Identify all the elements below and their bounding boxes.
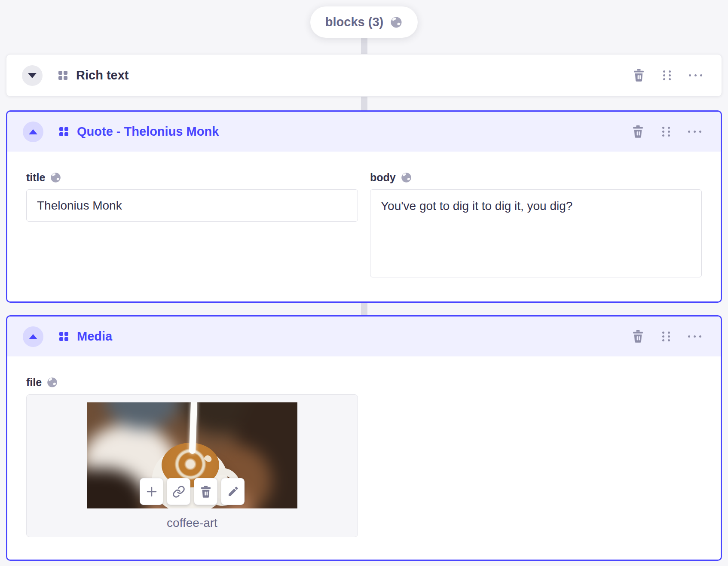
field-label: title	[26, 171, 45, 184]
chevron-up-icon	[29, 334, 37, 339]
delete-block-button[interactable]	[632, 69, 645, 82]
field-label: body	[370, 171, 396, 184]
trash-icon	[200, 486, 211, 498]
body-textarea[interactable]: You've got to dig it to dig it, you dig?	[370, 189, 702, 277]
more-options-button[interactable]	[688, 125, 701, 139]
media-action-buttons	[140, 478, 245, 505]
trash-icon	[633, 69, 645, 82]
more-options-button[interactable]	[689, 69, 702, 82]
more-options-icon	[689, 74, 702, 76]
block-title: Quote - Thelonius Monk	[77, 125, 219, 139]
block-media-header[interactable]: Media	[7, 316, 721, 356]
more-options-icon	[688, 131, 701, 133]
delete-block-button[interactable]	[631, 125, 644, 139]
block-rich-text-header[interactable]: Rich text	[6, 55, 722, 96]
connector-line	[361, 97, 367, 110]
block-rich-text: Rich text	[6, 54, 722, 97]
field-label: file	[26, 376, 42, 389]
block-title: Rich text	[76, 68, 128, 82]
globe-icon	[401, 172, 412, 183]
drag-handle-icon	[662, 332, 670, 341]
block-quote-header[interactable]: Quote - Thelonius Monk	[7, 112, 721, 152]
link-icon	[172, 485, 185, 498]
field-file: file	[26, 376, 358, 537]
dynamic-zone-header: blocks (3)	[0, 0, 728, 38]
component-blocks-icon	[58, 71, 67, 80]
component-blocks-icon	[59, 127, 68, 136]
block-quote-body: title body	[7, 152, 721, 301]
field-label-row: title	[26, 171, 358, 184]
connector-line	[361, 37, 367, 54]
block-actions	[632, 69, 702, 82]
field-label-row: body	[370, 171, 702, 184]
globe-icon	[390, 16, 403, 29]
trash-icon	[632, 330, 644, 343]
dynamic-zone-badge: blocks (3)	[310, 6, 418, 38]
add-media-button[interactable]	[140, 478, 163, 505]
field-body: body You've got to dig it to dig it, you…	[370, 171, 702, 279]
drag-handle-icon	[662, 127, 670, 137]
delete-media-button[interactable]	[194, 478, 217, 505]
media-field-card: coffee-art	[26, 394, 358, 537]
trash-icon	[632, 125, 644, 138]
drag-handle[interactable]	[660, 330, 673, 344]
more-options-icon	[688, 335, 701, 338]
component-blocks-icon	[59, 332, 68, 341]
block-actions	[631, 330, 701, 344]
pencil-icon	[226, 485, 239, 498]
more-options-button[interactable]	[688, 330, 701, 344]
plus-icon	[145, 485, 158, 498]
drag-handle[interactable]	[661, 69, 673, 82]
connector-line	[361, 303, 367, 315]
edit-media-button[interactable]	[221, 478, 245, 505]
field-title: title	[26, 171, 358, 222]
block-media: Media file	[6, 315, 722, 561]
drag-handle-icon	[663, 70, 671, 80]
chevron-down-icon	[28, 73, 37, 78]
block-title: Media	[77, 329, 112, 344]
media-filename: coffee-art	[167, 516, 217, 530]
drag-handle[interactable]	[660, 125, 673, 139]
collapse-toggle-button[interactable]	[23, 122, 43, 142]
globe-icon	[50, 172, 61, 183]
block-quote: Quote - Thelonius Monk	[6, 110, 722, 303]
globe-icon	[46, 377, 58, 388]
chevron-up-icon	[29, 129, 37, 134]
media-preview-image	[87, 402, 297, 508]
block-media-body: file	[7, 356, 721, 560]
expand-toggle-button[interactable]	[22, 65, 43, 86]
title-input[interactable]	[26, 189, 358, 222]
delete-block-button[interactable]	[631, 330, 644, 344]
collapse-toggle-button[interactable]	[23, 326, 43, 347]
field-label-row: file	[26, 376, 358, 389]
copy-link-button[interactable]	[167, 478, 190, 505]
block-actions	[631, 125, 701, 139]
dynamic-zone-badge-label: blocks (3)	[325, 15, 383, 29]
